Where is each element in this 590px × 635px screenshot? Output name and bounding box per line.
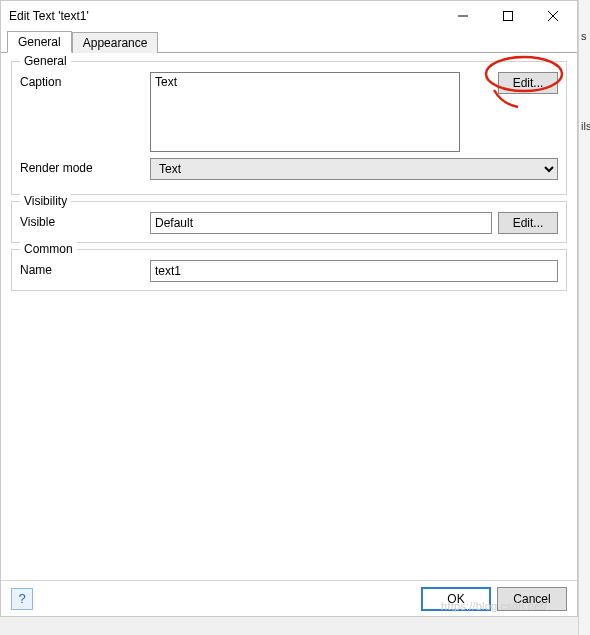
visible-field[interactable] (150, 212, 492, 234)
stub-text-1: s (581, 30, 587, 42)
group-visibility-legend: Visibility (20, 194, 71, 208)
window-buttons (440, 2, 575, 30)
tab-content: General Caption Text Edit... Render mode… (1, 53, 577, 580)
tab-general[interactable]: General (7, 31, 72, 53)
maximize-button[interactable] (485, 2, 530, 30)
rendermode-label: Render mode (20, 158, 150, 175)
help-button[interactable]: ? (11, 588, 33, 610)
stub-text-2: ils (581, 120, 590, 132)
svg-rect-1 (503, 12, 512, 21)
dialog-window: Edit Text 'text1' General Appearance Gen… (0, 0, 578, 617)
tab-appearance[interactable]: Appearance (72, 32, 159, 53)
visible-edit-button[interactable]: Edit... (498, 212, 558, 234)
window-title: Edit Text 'text1' (9, 9, 440, 23)
titlebar: Edit Text 'text1' (1, 1, 577, 31)
row-visible: Visible Edit... (20, 212, 558, 234)
ok-button[interactable]: OK (421, 587, 491, 611)
group-general: General Caption Text Edit... Render mode… (11, 61, 567, 195)
group-general-legend: General (20, 54, 71, 68)
help-icon: ? (18, 591, 25, 606)
tab-strip: General Appearance (1, 31, 577, 53)
cancel-button[interactable]: Cancel (497, 587, 567, 611)
caption-textarea[interactable]: Text (150, 72, 460, 152)
group-common-legend: Common (20, 242, 77, 256)
row-name: Name (20, 260, 558, 282)
caption-edit-button[interactable]: Edit... (498, 72, 558, 94)
group-common: Common Name (11, 249, 567, 291)
row-rendermode: Render mode Text (20, 158, 558, 180)
name-field[interactable] (150, 260, 558, 282)
close-button[interactable] (530, 2, 575, 30)
dialog-footer: ? OK Cancel (1, 580, 577, 616)
visible-label: Visible (20, 212, 150, 229)
group-visibility: Visibility Visible Edit... (11, 201, 567, 243)
background-window-sliver: s ils (578, 0, 590, 635)
rendermode-select[interactable]: Text (150, 158, 558, 180)
minimize-button[interactable] (440, 2, 485, 30)
name-label: Name (20, 260, 150, 277)
caption-label: Caption (20, 72, 150, 89)
row-caption: Caption Text Edit... (20, 72, 558, 152)
